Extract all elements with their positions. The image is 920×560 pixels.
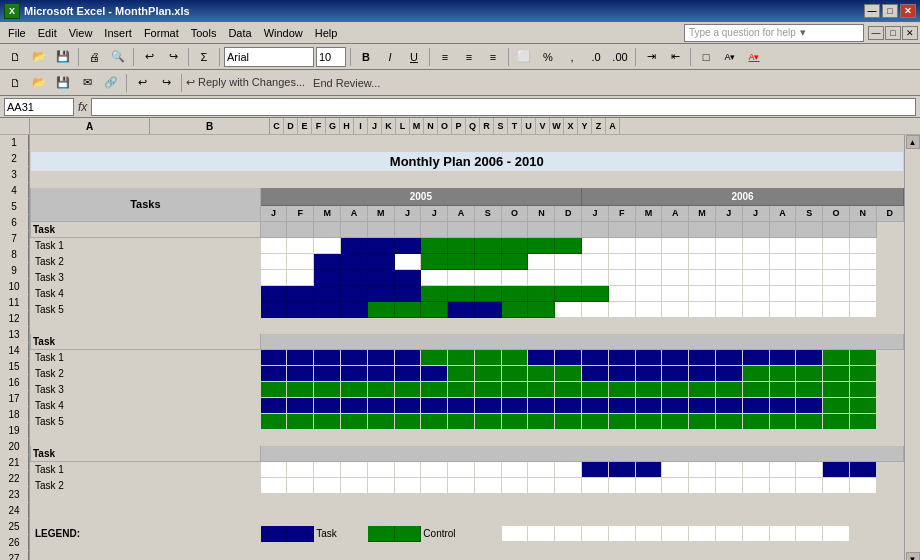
menu-insert[interactable]: Insert [98, 23, 138, 43]
cell-B3[interactable] [31, 171, 261, 187]
year-2006-header: 2006 [582, 187, 904, 205]
row-num-3: 3 [0, 167, 29, 183]
cell-task-grp3: Task [31, 445, 261, 461]
row-num-12: 12 [0, 311, 29, 327]
font-selector[interactable] [224, 47, 314, 67]
spreadsheet-area: A B C D E F G H I J K L M N O P Q R S T … [0, 118, 920, 560]
formula-input[interactable] [91, 98, 916, 116]
menu-edit[interactable]: Edit [32, 23, 63, 43]
grid-scroll-area: A B C D E F G H I J K L M N O P Q R S T … [0, 118, 920, 560]
comma-button[interactable]: , [561, 46, 583, 68]
menu-window[interactable]: Window [258, 23, 309, 43]
undo-button[interactable]: ↩ [138, 46, 160, 68]
menu-data[interactable]: Data [222, 23, 257, 43]
tb2-btn4[interactable]: ✉ [76, 72, 98, 94]
sep9 [690, 48, 691, 66]
cell-task4-label: Task 4 [31, 285, 261, 301]
table-row: Task 2 [31, 365, 904, 381]
preview-button[interactable]: 🔍 [107, 46, 129, 68]
align-center-button[interactable]: ≡ [458, 46, 480, 68]
redo-button[interactable]: ↪ [162, 46, 184, 68]
tb2-btn1[interactable]: 🗋 [4, 72, 26, 94]
col-I-header: I [354, 118, 368, 134]
cell-title: Monthly Plan 2006 - 2010 [31, 151, 904, 171]
tb2-btn5[interactable]: 🔗 [100, 72, 122, 94]
scroll-down-button[interactable]: ▼ [906, 552, 920, 560]
table-row: Task 5 [31, 413, 904, 429]
increase-dec-button[interactable]: .0 [585, 46, 607, 68]
cell-task-grp1: Task [31, 221, 261, 237]
name-box[interactable]: AA31 [4, 98, 74, 116]
menu-tools[interactable]: Tools [185, 23, 223, 43]
sum-button[interactable]: Σ [193, 46, 215, 68]
row-num-26: 26 [0, 535, 29, 551]
sep10 [126, 74, 127, 92]
align-left-button[interactable]: ≡ [434, 46, 456, 68]
col-S-header: S [494, 118, 508, 134]
bold-button[interactable]: B [355, 46, 377, 68]
menu-restore-button[interactable]: □ [885, 26, 901, 40]
sep11 [181, 74, 182, 92]
menu-close-button[interactable]: ✕ [902, 26, 918, 40]
table-row: Task 3 [31, 269, 904, 285]
open-button[interactable]: 📂 [28, 46, 50, 68]
month-M2: M [635, 205, 662, 221]
row-num-6: 6 [0, 215, 29, 231]
menu-minimize-button[interactable]: — [868, 26, 884, 40]
row-num-24: 24 [0, 503, 29, 519]
merge-button[interactable]: ⬜ [513, 46, 535, 68]
font-size-selector[interactable] [316, 47, 346, 67]
row-num-20: 20 [0, 439, 29, 455]
scroll-up-button[interactable]: ▲ [906, 135, 920, 149]
tb2-btn7[interactable]: ↪ [155, 72, 177, 94]
row-num-21: 21 [0, 455, 29, 471]
row-num-22: 22 [0, 471, 29, 487]
percent-button[interactable]: % [537, 46, 559, 68]
menu-view[interactable]: View [63, 23, 99, 43]
tb2-btn2[interactable]: 📂 [28, 72, 50, 94]
outdent-button[interactable]: ⇤ [664, 46, 686, 68]
indent-button[interactable]: ⇥ [640, 46, 662, 68]
border-button[interactable]: □ [695, 46, 717, 68]
table-row: Task 4 [31, 285, 904, 301]
menu-help[interactable]: Help [309, 23, 344, 43]
column-header-row: A B C D E F G H I J K L M N O P Q R S T … [0, 118, 920, 135]
menu-bar: File Edit View Insert Format Tools Data … [0, 22, 920, 44]
col-K-header: K [382, 118, 396, 134]
month-O2: O [823, 205, 850, 221]
sep7 [508, 48, 509, 66]
tb2-btn6[interactable]: ↩ [131, 72, 153, 94]
close-button[interactable]: ✕ [900, 4, 916, 18]
row-num-1: 1 [0, 135, 29, 151]
scroll-track[interactable] [906, 149, 920, 552]
help-search-box[interactable]: Type a question for help ▾ [684, 24, 864, 42]
menu-file[interactable]: File [2, 23, 32, 43]
toolbar1: 🗋 📂 💾 🖨 🔍 ↩ ↪ Σ B I U ≡ ≡ ≡ ⬜ % , .0 .00… [0, 44, 920, 70]
fill-color-button[interactable]: A▾ [719, 46, 741, 68]
month-S2: S [796, 205, 823, 221]
print-button[interactable]: 🖨 [83, 46, 105, 68]
month-Jn2: J [715, 205, 742, 221]
cell-B12[interactable] [31, 317, 261, 333]
col-C-header: C [270, 118, 284, 134]
minimize-button[interactable]: — [864, 4, 880, 18]
decrease-dec-button[interactable]: .00 [609, 46, 631, 68]
new-button[interactable]: 🗋 [4, 46, 26, 68]
menu-format[interactable]: Format [138, 23, 185, 43]
sep3 [188, 48, 189, 66]
font-color-button[interactable]: A▾ [743, 46, 765, 68]
cell-task5-label: Task 5 [31, 301, 261, 317]
table-row: Task 2 [31, 253, 904, 269]
vertical-scrollbar[interactable]: ▲ ▼ [904, 135, 920, 560]
align-right-button[interactable]: ≡ [482, 46, 504, 68]
italic-button[interactable]: I [379, 46, 401, 68]
month-A1: A [341, 205, 368, 221]
table-row [31, 429, 904, 445]
month-Ma2: M [689, 205, 716, 221]
save-button[interactable]: 💾 [52, 46, 74, 68]
maximize-button[interactable]: □ [882, 4, 898, 18]
row-num-11: 11 [0, 295, 29, 311]
tb2-btn3[interactable]: 💾 [52, 72, 74, 94]
underline-button[interactable]: U [403, 46, 425, 68]
cell-B1[interactable] [31, 135, 261, 151]
